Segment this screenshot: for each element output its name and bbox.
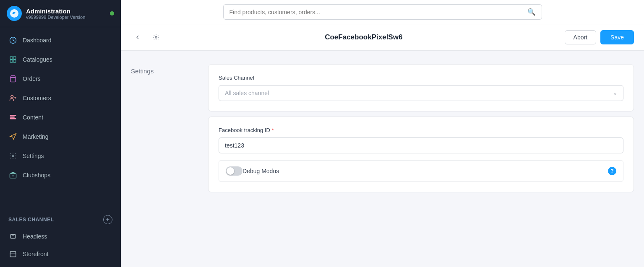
sidebar-item-label: Orders [23,75,41,82]
content-area: Settings Sales Channel All sales channel… [121,51,644,267]
header-actions: Abort Save [565,30,634,44]
facebook-tracking-panel: Facebook tracking ID * Debug Modus ? [208,117,634,192]
toggle-right: ? [608,167,616,175]
save-button[interactable]: Save [600,30,634,44]
main-content: 🔍 CoeFacebookPixelSw6 Abort Save Setting… [121,0,644,267]
dropdown-value: All sales channel [225,90,269,96]
svg-point-10 [12,155,14,157]
add-sales-channel-button[interactable]: + [103,215,112,224]
storefront-icon [8,249,18,259]
svg-rect-7 [10,115,16,116]
sales-channel-headless-label: Headless [23,233,47,240]
dashboard-icon [8,36,18,45]
sales-channel-storefront-label: Storefront [23,251,48,257]
back-button[interactable] [131,31,144,44]
content-icon [8,113,18,122]
debug-modus-label: Debug Modus [242,168,279,174]
sidebar-item-clubshops[interactable]: Clubshops [0,166,121,185]
sidebar-header: Administration v9999999 Developer Versio… [0,0,121,27]
settings-section-label: Settings [131,64,198,254]
search-icon: 🔍 [527,8,536,16]
customers-icon [8,93,18,103]
sales-channel-header: Sales Channel + [8,212,112,228]
sales-channel-storefront[interactable]: Storefront [8,245,112,263]
search-bar[interactable]: 🔍 [223,4,542,20]
debug-modus-toggle[interactable] [226,166,242,176]
sales-channel-dropdown[interactable]: All sales channel ⌄ [219,85,623,101]
toggle-thumb [227,167,234,175]
app-version: v9999999 Developer Version [26,15,85,20]
sidebar-nav: Dashboard Catalogues Orders [0,27,121,207]
marketing-icon [8,132,18,141]
sidebar-item-settings[interactable]: Settings [0,146,121,166]
content-panels: Sales Channel All sales channel ⌄ Facebo… [208,64,634,254]
sidebar-item-catalogues[interactable]: Catalogues [0,50,121,69]
catalogues-icon [8,55,18,64]
sales-channel-section: Sales Channel + Headless Storefront [0,207,121,267]
facebook-tracking-input[interactable] [219,137,623,153]
sidebar-item-label: Clubshops [23,172,50,179]
settings-icon [8,151,18,161]
sidebar-item-customers[interactable]: Customers [0,88,121,108]
sidebar-item-label: Settings [23,153,44,159]
svg-rect-14 [10,235,16,238]
app-info: Administration v9999999 Developer Versio… [26,8,85,20]
sidebar-item-label: Customers [23,95,51,101]
sidebar-item-label: Content [23,114,43,121]
orders-icon [8,74,18,83]
svg-rect-2 [10,57,13,59]
svg-rect-4 [10,60,13,62]
sidebar-item-content[interactable]: Content [0,108,121,127]
facebook-tracking-label: Facebook tracking ID * [219,127,623,133]
app-logo [7,6,22,21]
sidebar-item-label: Marketing [23,133,48,140]
settings-button[interactable] [149,31,163,44]
sidebar: Administration v9999999 Developer Versio… [0,0,121,267]
sales-channel-headless[interactable]: Headless [8,228,112,245]
sidebar-item-orders[interactable]: Orders [0,69,121,88]
svg-rect-9 [10,118,16,119]
sales-channel-panel: Sales Channel All sales channel ⌄ [208,64,634,111]
abort-button[interactable]: Abort [565,30,596,44]
page-title: CoeFacebookPixelSw6 [168,33,560,41]
svg-rect-8 [10,117,15,118]
status-dot [110,11,114,16]
required-indicator: * [272,127,274,133]
sidebar-item-label: Catalogues [23,56,52,63]
chevron-down-icon: ⌄ [613,90,617,96]
sidebar-item-label: Dashboard [23,37,52,44]
search-input[interactable] [229,9,524,16]
svg-point-16 [155,36,157,38]
svg-rect-5 [13,60,16,62]
headless-icon [8,232,18,241]
sales-channel-label: Sales Channel [8,217,54,223]
clubshops-icon [8,171,18,180]
help-icon[interactable]: ? [608,167,616,175]
svg-point-6 [11,95,13,98]
sidebar-item-marketing[interactable]: Marketing [0,127,121,146]
svg-rect-3 [13,57,16,59]
page-header: CoeFacebookPixelSw6 Abort Save [121,24,644,51]
app-name: Administration [26,8,85,15]
sales-channel-field-label: Sales Channel [219,75,623,81]
topbar: 🔍 [121,0,644,24]
debug-modus-row: Debug Modus ? [219,160,623,182]
sidebar-item-dashboard[interactable]: Dashboard [0,31,121,50]
